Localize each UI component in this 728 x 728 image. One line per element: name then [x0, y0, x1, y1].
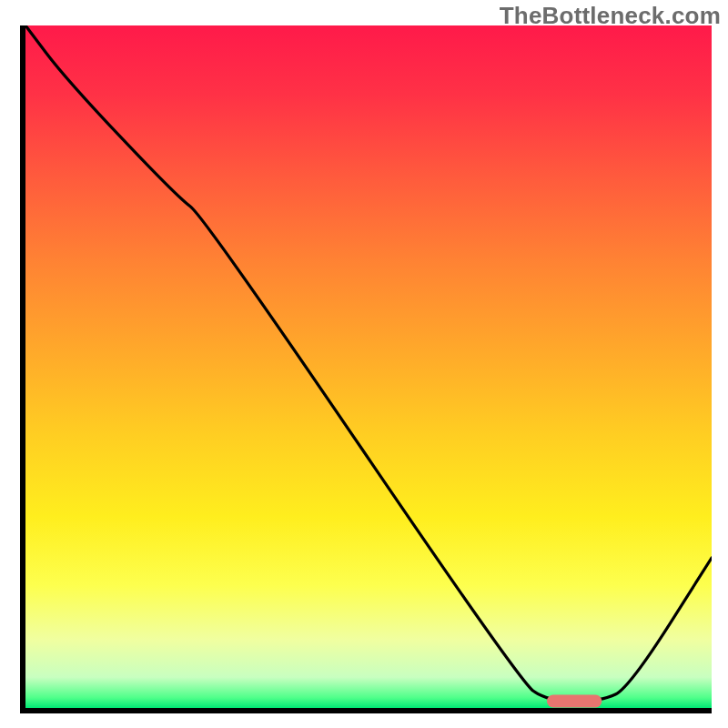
plot-area	[20, 25, 712, 713]
chart-container: TheBottleneck.com	[0, 0, 728, 728]
gradient-background	[25, 25, 712, 708]
y-axis	[20, 25, 25, 713]
optimal-range-marker	[547, 695, 602, 708]
watermark-text: TheBottleneck.com	[500, 2, 721, 30]
x-axis	[20, 708, 712, 713]
chart-svg	[20, 25, 712, 713]
